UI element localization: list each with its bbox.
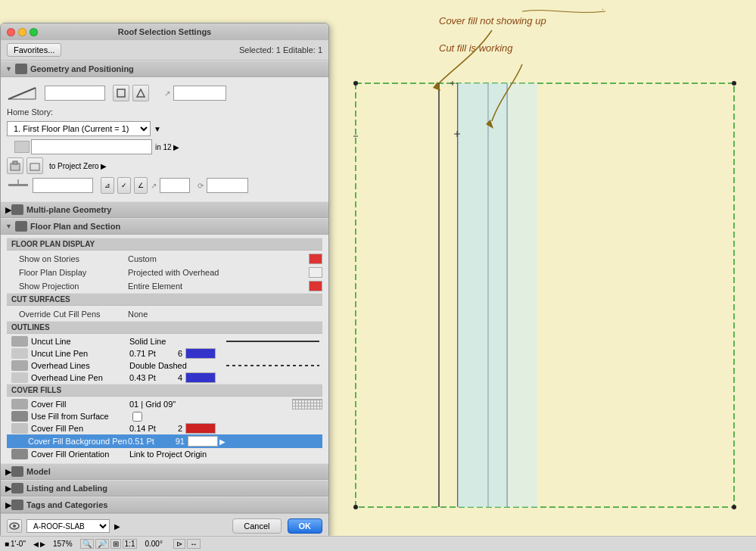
cut-surfaces-header: CUT SURFACES [7, 293, 322, 306]
ok-button[interactable]: OK [288, 518, 323, 534]
height-input[interactable]: 10' [45, 86, 105, 101]
slope-icon [7, 84, 37, 103]
favorites-button[interactable]: Favorites... [7, 43, 61, 57]
icon-btn-4[interactable] [26, 157, 43, 174]
show-stories-icon [309, 254, 322, 264]
uncut-pen-icon [11, 348, 28, 359]
dialog-footer: A-ROOF-SLAB ▶ Cancel OK [1, 513, 328, 538]
floorplan-section-header[interactable]: ▼ Floor Plan and Section [1, 218, 328, 235]
show-on-stories-label: Show on Stories [7, 254, 128, 263]
icon-btn-3[interactable] [7, 157, 23, 174]
eye-button[interactable] [7, 519, 22, 533]
bottom-icons [7, 157, 43, 174]
home-story-row: Home Story: [7, 107, 322, 118]
zoom-fit[interactable]: ⊞ [110, 539, 121, 549]
cfbp-number: 91 [166, 437, 185, 446]
zoom-in[interactable]: 🔍 [80, 539, 94, 549]
roof-selection-dialog: Roof Selection Settings Favorites... Sel… [0, 23, 329, 539]
override-cut-value: None [128, 310, 322, 319]
svg-rect-7 [30, 163, 39, 170]
view-controls: ⊳ ↔ [173, 539, 201, 549]
zoom-item: 157% [53, 540, 73, 548]
uncut-pen-color [185, 348, 216, 359]
cfo-label: Cover Fill Orientation [31, 450, 129, 459]
tags-section-header[interactable]: ▶ Tags and Categories [1, 497, 328, 513]
roof-trim-arrow[interactable]: ▶ [173, 143, 179, 151]
overhead-pen-label: Overhead Line Pen [31, 373, 129, 382]
floor-plan-display-label: Floor Plan Display [7, 268, 128, 277]
use-fill-checkbox[interactable] [132, 412, 142, 422]
cfp-number: 2 [167, 424, 182, 433]
roof-type-input[interactable]: Roof: 2x10, 5/8" ply [31, 139, 152, 154]
icon-btn-6[interactable]: ✓ [117, 177, 131, 194]
icon-btn-1[interactable] [113, 85, 129, 101]
home-story-select-row: 1. First Floor Plan (Current = 1) ▼ [7, 121, 322, 136]
solid-line-preview [226, 341, 320, 342]
nav-arrows[interactable]: ◀ ▶ [33, 540, 45, 548]
cfbp-value: 0.51 Pt [128, 437, 166, 446]
show-on-stories-row: Show on Stories Custom [7, 252, 322, 266]
angle-value: 0.00° [145, 540, 162, 548]
show-projection-row: Show Projection Entire Element [7, 279, 322, 293]
overhang-row: 10' ⊿ ✓ ∠ ↗ 6' ⟳ 90. [7, 177, 322, 194]
scale-item: ■ 1'-0" [5, 540, 26, 548]
check-icon: ✓ [121, 182, 127, 189]
floorplan-content: FLOOR PLAN DISPLAY Show on Stories Custo… [1, 235, 328, 463]
selected-info: Selected: 1 Editable: 1 [239, 45, 322, 54]
zoom-out[interactable]: 🔎 [95, 539, 109, 549]
close-button[interactable] [7, 28, 15, 36]
model-section-header[interactable]: ▶ Model [1, 463, 328, 480]
angle-input[interactable]: 6' [160, 178, 190, 193]
view-btn2[interactable]: ↔ [187, 539, 201, 549]
fpd-icon [309, 267, 322, 278]
layer-selector[interactable]: A-ROOF-SLAB [26, 519, 110, 533]
minimize-button[interactable] [18, 28, 26, 36]
dialog-titlebar: Roof Selection Settings [1, 23, 328, 40]
uncut-pen-value: 0.71 Pt [129, 349, 167, 358]
home-story-label: Home Story: [7, 107, 53, 117]
rotation-icon: ⟳ [198, 182, 204, 190]
svg-line-0 [8, 88, 36, 99]
cover-fill-value: 01 | Grid 09" [129, 400, 289, 409]
cover-fill-bg-pen-row[interactable]: Cover Fill Background Pen 0.51 Pt 91 ▶ [7, 434, 322, 448]
listing-icon [11, 483, 23, 493]
nav-right[interactable]: ▶ [40, 540, 45, 548]
pitch-input[interactable]: 9 7/8" [173, 86, 226, 101]
floor-plan-display-header: FLOOR PLAN DISPLAY [7, 238, 322, 251]
tags-arrow: ▶ [5, 500, 11, 510]
maximize-button[interactable] [30, 28, 38, 36]
cfo-value: Link to Project Origin [129, 450, 322, 459]
uncut-line-pen-row: Uncut Line Pen 0.71 Pt 6 [7, 347, 322, 360]
roof-icon [14, 141, 30, 153]
model-icon [11, 466, 23, 477]
roof-type-row: Roof: 2x10, 5/8" ply in 12 ▶ [7, 139, 322, 154]
icon-btn-2[interactable] [132, 85, 149, 101]
project-zero-arrow[interactable]: ▶ [101, 162, 107, 170]
cover-fills-header: COVER FILLS [7, 384, 322, 397]
multiplane-section-header[interactable]: ▶ Multi-plane Geometry [1, 201, 328, 218]
cfbp-arrow[interactable]: ▶ [219, 437, 226, 446]
model-arrow: ▶ [5, 467, 11, 477]
listing-section-header[interactable]: ▶ Listing and Labeling [1, 480, 328, 497]
show-on-stories-value: Custom [128, 254, 309, 263]
cancel-button[interactable]: Cancel [232, 518, 281, 534]
svg-rect-6 [13, 161, 17, 164]
overhead-pen-icon [11, 372, 28, 383]
home-story-select[interactable]: 1. First Floor Plan (Current = 1) [7, 121, 151, 136]
icon-btn-5[interactable]: ⊿ [101, 177, 114, 194]
layer-arrow[interactable]: ▶ [114, 522, 120, 531]
nav-left[interactable]: ◀ [33, 540, 39, 548]
cover-fill-row: Cover Fill 01 | Grid 09" [7, 398, 322, 410]
scale-label: ■ [5, 540, 9, 548]
view-btn1[interactable]: ⊳ [173, 539, 185, 549]
overhang-input[interactable]: 10' [33, 178, 93, 193]
footer-buttons: Cancel OK [232, 518, 322, 534]
cfp-label: Cover Fill Pen [31, 424, 129, 433]
geometry-section-header[interactable]: ▼ Geometry and Positioning [1, 61, 328, 77]
icon-btn-7[interactable]: ∠ [134, 177, 148, 194]
icon-row: to Project Zero ▶ [7, 157, 322, 174]
angle-icon2: ∠ [138, 182, 144, 189]
zoom-actual[interactable]: 1:1 [123, 539, 138, 549]
rotation-input[interactable]: 90.00° [207, 178, 248, 193]
project-zero-label: to Project Zero [49, 162, 99, 170]
